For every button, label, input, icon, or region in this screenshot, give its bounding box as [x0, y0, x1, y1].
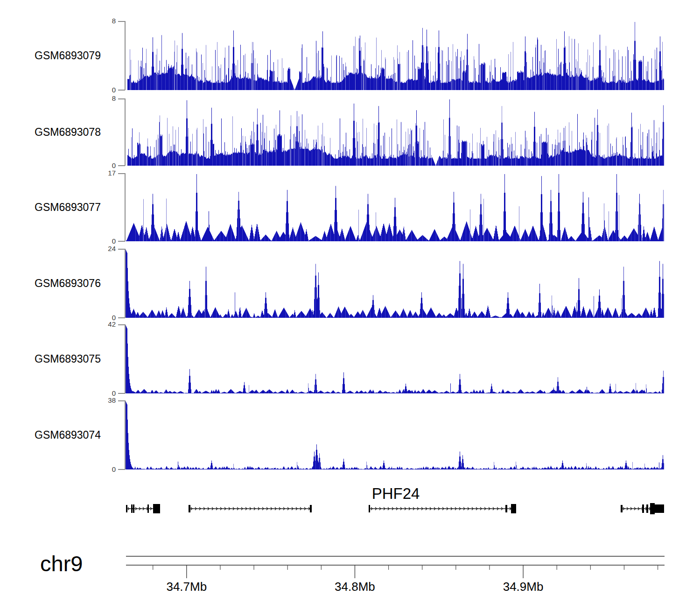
y-axis-top-tick	[118, 324, 125, 325]
y-axis-top-tick	[118, 98, 125, 99]
coverage-canvas-GSM6893076	[126, 249, 664, 318]
exon-box	[654, 504, 664, 513]
exon-box	[133, 504, 134, 513]
y-axis-max-label: 8	[96, 94, 116, 103]
axis-tick-label: 34.7Mb	[154, 580, 219, 594]
track-label: GSM6893078	[35, 126, 101, 139]
exon-box	[505, 505, 507, 512]
gene-label: PHF24	[363, 485, 428, 502]
track-label: GSM6893074	[35, 428, 101, 441]
genome-browser-figure: GSM689307980GSM689307880GSM6893077170GSM…	[0, 0, 700, 616]
y-axis-zero-label: 0	[96, 85, 116, 95]
y-axis-max-label: 24	[96, 244, 116, 253]
exon-box	[650, 503, 655, 514]
y-axis-max-label: 17	[96, 168, 116, 178]
y-axis-top-tick	[118, 249, 125, 250]
exon-box	[646, 504, 648, 513]
track-label: GSM6893075	[35, 352, 101, 365]
y-axis-bottom-tick	[118, 317, 125, 318]
chromosome-label: chr9	[40, 552, 83, 575]
axis-tick-label: 34.8Mb	[322, 580, 387, 594]
y-axis-bottom-tick	[118, 90, 125, 91]
coverage-canvas-GSM6893078	[126, 98, 664, 166]
y-axis-bottom-tick	[118, 469, 125, 470]
coverage-canvas-GSM6893075	[126, 324, 664, 393]
y-axis-bottom-tick	[118, 241, 125, 242]
coverage-canvas-GSM6893079	[126, 21, 664, 90]
y-axis-top-tick	[118, 173, 125, 174]
coverage-canvas-GSM6893074	[126, 400, 664, 469]
y-axis-max-label: 38	[96, 396, 116, 405]
exon-box	[126, 505, 127, 512]
track-label: GSM6893079	[35, 49, 101, 62]
exon-box	[131, 504, 133, 513]
exon-box	[147, 504, 149, 513]
coverage-canvas-GSM6893077	[126, 173, 664, 241]
track-label: GSM6893076	[35, 277, 101, 290]
exon-box	[153, 504, 160, 513]
y-axis-max-label: 42	[96, 320, 116, 329]
exon-box	[189, 505, 190, 512]
y-axis-bottom-tick	[118, 165, 125, 166]
y-axis-top-tick	[118, 400, 125, 401]
track-label: GSM6893077	[35, 201, 101, 214]
axis-tick-label: 34.9Mb	[490, 580, 556, 594]
y-axis-zero-label: 0	[96, 465, 116, 474]
exon-box	[511, 504, 516, 513]
y-axis-bottom-tick	[118, 393, 125, 394]
y-axis-top-tick	[118, 21, 125, 22]
exon-box	[621, 505, 623, 512]
exon-box	[310, 505, 312, 512]
exon-box	[642, 504, 644, 513]
y-axis-max-label: 8	[96, 16, 116, 26]
exon-box	[369, 505, 370, 512]
